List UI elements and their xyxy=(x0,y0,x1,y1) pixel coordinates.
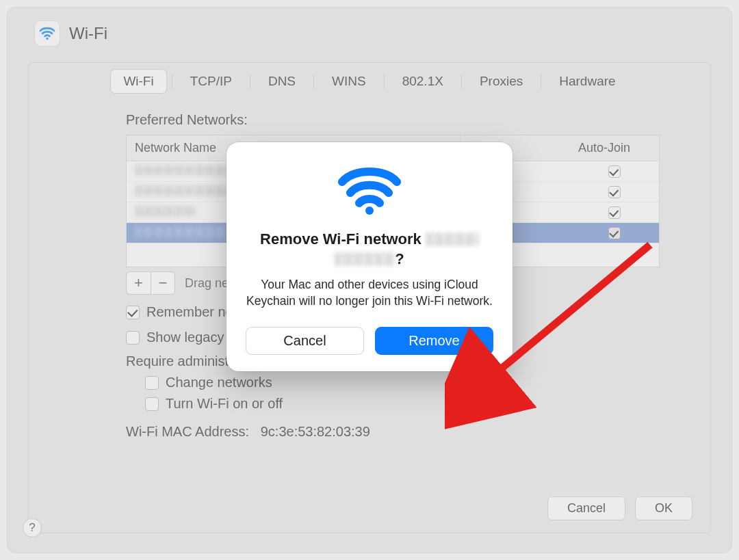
show-legacy-checkbox[interactable] xyxy=(126,331,140,345)
tab-wifi[interactable]: Wi-Fi xyxy=(111,70,166,93)
tab-tcpip[interactable]: TCP/IP xyxy=(178,70,244,93)
col-auto-join[interactable]: Auto-Join xyxy=(570,135,659,161)
dialog-description: Your Mac and other devices using iCloud … xyxy=(246,277,493,309)
panel-cancel-button[interactable]: Cancel xyxy=(547,496,625,520)
help-button[interactable]: ? xyxy=(23,518,42,537)
dialog-remove-button[interactable]: Remove xyxy=(375,327,493,355)
auto-join-checkbox[interactable] xyxy=(608,206,621,219)
preferred-networks-label: Preferred Networks: xyxy=(126,112,675,128)
window-titlebar: Wi-Fi xyxy=(8,8,731,49)
auto-join-checkbox[interactable] xyxy=(608,186,621,198)
admin-toggle-wifi-checkbox[interactable] xyxy=(145,397,159,411)
mac-address-label: Wi-Fi MAC Address: xyxy=(126,424,249,439)
dialog-cancel-button[interactable]: Cancel xyxy=(246,327,364,355)
add-network-button[interactable]: + xyxy=(126,271,151,295)
window-title: Wi-Fi xyxy=(69,24,107,43)
tab-dns[interactable]: DNS xyxy=(256,70,308,93)
wifi-icon xyxy=(35,21,60,46)
tab-bar: Wi-Fi TCP/IP DNS WINS 802.1X Proxies Har… xyxy=(51,70,688,93)
wifi-icon-large xyxy=(246,165,493,217)
svg-point-1 xyxy=(365,206,374,215)
remove-network-dialog: Remove Wi-Fi network ? Your Mac and othe… xyxy=(226,142,513,371)
tab-wins[interactable]: WINS xyxy=(320,70,378,93)
tab-hardware[interactable]: Hardware xyxy=(547,70,627,93)
auto-join-checkbox[interactable] xyxy=(608,227,621,239)
admin-change-networks-label: Change networks xyxy=(166,375,272,390)
admin-change-networks-checkbox[interactable] xyxy=(145,376,159,390)
tab-proxies[interactable]: Proxies xyxy=(467,70,535,93)
auto-join-checkbox[interactable] xyxy=(608,165,621,178)
dialog-title: Remove Wi-Fi network ? xyxy=(246,230,493,269)
mac-address-value: 9c:3e:53:82:03:39 xyxy=(261,424,370,439)
mac-address-line: Wi-Fi MAC Address: 9c:3e:53:82:03:39 xyxy=(126,424,675,440)
remember-networks-checkbox[interactable] xyxy=(126,306,140,319)
panel-ok-button[interactable]: OK xyxy=(635,496,692,520)
svg-point-0 xyxy=(46,38,49,40)
remove-network-button[interactable]: − xyxy=(151,271,175,295)
admin-toggle-wifi-label: Turn Wi-Fi on or off xyxy=(166,396,283,412)
tab-8021x[interactable]: 802.1X xyxy=(390,70,456,93)
